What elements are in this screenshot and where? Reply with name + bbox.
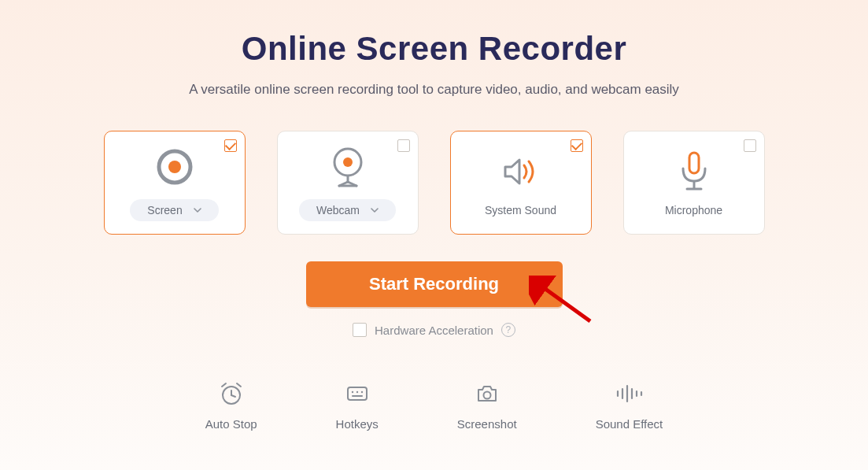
svg-point-3 <box>343 157 353 167</box>
screen-label: Screen <box>147 204 182 216</box>
card-microphone[interactable]: Microphone <box>623 131 765 235</box>
svg-point-1 <box>168 161 181 173</box>
svg-rect-16 <box>348 387 367 400</box>
svg-point-19 <box>360 391 362 393</box>
checkbox-hardware-acceleration[interactable] <box>353 323 367 337</box>
microphone-icon <box>676 149 712 194</box>
checkbox-microphone[interactable] <box>744 139 756 152</box>
screen-record-icon <box>155 144 194 190</box>
microphone-label: Microphone <box>665 204 722 216</box>
card-screen[interactable]: Screen <box>104 131 246 235</box>
tool-auto-stop[interactable]: Auto Stop <box>205 381 257 431</box>
webcam-label: Webcam <box>316 204 360 216</box>
checkbox-system-sound[interactable] <box>571 139 583 152</box>
hardware-acceleration-label: Hardware Acceleration <box>375 324 493 337</box>
speaker-icon <box>500 149 541 194</box>
checkbox-webcam[interactable] <box>397 139 410 152</box>
auto-stop-label: Auto Stop <box>205 417 257 431</box>
screenshot-label: Screenshot <box>457 417 517 431</box>
svg-line-15 <box>237 383 241 387</box>
screen-dropdown[interactable]: Screen <box>130 199 218 221</box>
page-subtitle: A versatile online screen recording tool… <box>189 82 679 98</box>
page-title: Online Screen Recorder <box>242 30 627 68</box>
main-container: Online Screen Recorder A versatile onlin… <box>0 0 868 431</box>
svg-line-13 <box>231 395 235 397</box>
tool-screenshot[interactable]: Screenshot <box>457 381 517 431</box>
tool-hotkeys[interactable]: Hotkeys <box>336 381 379 431</box>
checkbox-screen[interactable] <box>224 139 237 152</box>
help-icon[interactable]: ? <box>501 323 515 337</box>
webcam-icon <box>328 144 368 190</box>
svg-point-21 <box>483 392 490 399</box>
tools-row: Auto Stop Hotkeys Screens <box>205 381 663 431</box>
svg-point-18 <box>356 391 357 393</box>
system-sound-label: System Sound <box>485 204 556 216</box>
keyboard-icon <box>345 381 370 406</box>
webcam-dropdown[interactable]: Webcam <box>299 199 396 221</box>
tool-sound-effect[interactable]: Sound Effect <box>596 381 663 431</box>
chevron-down-icon <box>194 206 201 214</box>
sound-wave-icon <box>615 381 643 406</box>
hardware-acceleration-row: Hardware Acceleration ? <box>353 323 515 337</box>
alarm-clock-icon <box>219 381 244 406</box>
svg-point-17 <box>351 391 353 393</box>
svg-line-14 <box>222 383 226 387</box>
card-system-sound[interactable]: System Sound <box>450 131 592 235</box>
card-webcam[interactable]: Webcam <box>277 131 419 235</box>
sound-effect-label: Sound Effect <box>596 417 663 431</box>
hotkeys-label: Hotkeys <box>336 417 379 431</box>
source-cards: Screen <box>104 131 765 235</box>
camera-icon <box>475 381 500 406</box>
svg-rect-8 <box>689 153 699 173</box>
chevron-down-icon <box>371 206 379 214</box>
start-recording-button[interactable]: Start Recording <box>306 261 563 307</box>
